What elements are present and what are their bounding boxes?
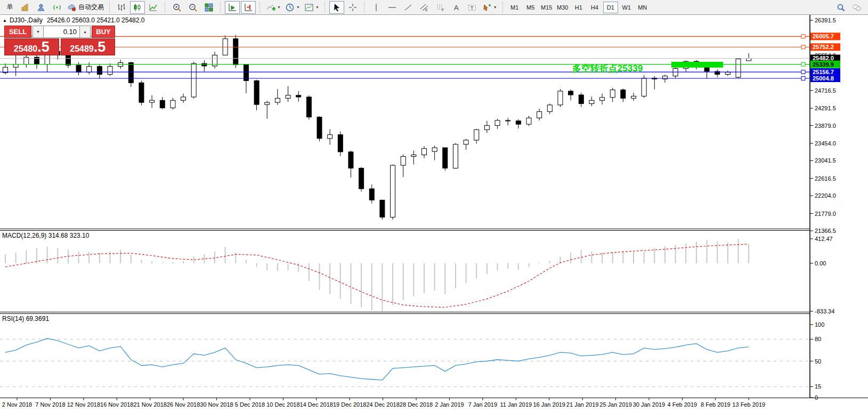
sell-price[interactable]: 25480.5	[4, 38, 59, 55]
candle-body	[453, 144, 458, 168]
vertical-line-icon	[371, 3, 381, 12]
toolbar-channel-button[interactable]: E	[417, 1, 432, 14]
candle-body	[359, 168, 364, 189]
candle-body	[411, 155, 416, 156]
candle-body	[328, 135, 332, 139]
candle-body	[76, 65, 81, 72]
toolbar-zoom-in-button[interactable]	[169, 1, 184, 14]
price-axis-label: 23879.0	[815, 123, 836, 129]
buy-price[interactable]: 25489.5	[61, 38, 116, 55]
candle-body	[495, 120, 500, 125]
timeframe-m5-button[interactable]: M5	[523, 2, 538, 13]
toolbar-periods-button[interactable]: ▼	[283, 1, 302, 14]
date-axis-label: 2 Nov 2018	[2, 401, 32, 408]
toolbar-chart-shift-button[interactable]	[241, 1, 256, 14]
candle-body	[181, 97, 186, 100]
timeframe-h1-button[interactable]: H1	[571, 2, 586, 13]
candle-body	[265, 102, 270, 104]
toolbar-separator	[364, 2, 365, 13]
timeframe-h4-button[interactable]: H4	[587, 2, 602, 13]
toolbar-fibonacci-button[interactable]: F	[433, 1, 448, 14]
toolbar-chart-yellow-button[interactable]	[18, 1, 33, 14]
dropdown-arrow-icon[interactable]: ▼	[493, 5, 497, 9]
toolbar-chat-button[interactable]	[849, 1, 864, 14]
date-axis-label: 7 Jan 2019	[468, 401, 497, 408]
toolbar-ohlc-bars-button[interactable]	[114, 1, 129, 14]
volume-increase-button[interactable]: ▲	[79, 26, 91, 38]
date-axis-label: 30 Jan 2019	[633, 401, 666, 408]
candle-body	[725, 72, 730, 75]
toolbar-signal-green-button[interactable]	[50, 1, 64, 14]
candle-body	[736, 59, 741, 77]
candle-body	[348, 152, 353, 168]
toolbar-separator	[109, 2, 110, 13]
toolbar-tile-windows-button[interactable]	[201, 1, 216, 14]
chart-shift-icon	[244, 3, 253, 12]
toolbar-candles-button[interactable]	[130, 1, 145, 14]
timeframe-m1-button[interactable]: M1	[507, 2, 522, 13]
zoom-out-icon	[188, 3, 198, 12]
candle-body	[191, 63, 196, 97]
toolbar-templates-button[interactable]: ▼	[303, 1, 321, 14]
candle-body	[202, 63, 207, 66]
timeframe-w1-button[interactable]: W1	[619, 2, 634, 13]
symbol-period-label: DJ30-,Daily	[10, 17, 43, 24]
candle-body	[537, 111, 542, 118]
timeframe-m15-button[interactable]: M15	[539, 2, 554, 13]
timeframe-mn-button[interactable]: MN	[635, 2, 650, 13]
toolbar-new-order-button[interactable]: 单	[2, 1, 17, 14]
timeframe-m30-button[interactable]: M30	[555, 2, 570, 13]
toolbar-zoom-out-button[interactable]	[185, 1, 200, 14]
toolbar-profile-blue-button[interactable]	[34, 1, 48, 14]
dropdown-arrow-icon[interactable]: ▼	[296, 5, 300, 9]
dropdown-arrow-icon[interactable]: ▼	[315, 5, 319, 9]
ohlc-bars-icon	[117, 3, 126, 12]
macd-name: MACD(12,26,9)	[2, 232, 46, 239]
crosshair-icon	[348, 3, 358, 12]
sell-button[interactable]: SELL	[4, 26, 31, 38]
buy-button[interactable]: BUY	[92, 26, 115, 38]
svg-text:E: E	[425, 8, 428, 12]
toolbar-separator	[220, 2, 221, 13]
toolbar-search-button[interactable]	[833, 1, 848, 14]
date-axis-label: 7 Nov 2018	[35, 401, 65, 408]
candle-body	[275, 98, 280, 102]
toolbar-vertical-line-button[interactable]	[369, 1, 384, 14]
chart-canvas[interactable]: 多空转折点2533926391.525966.525554.025129.024…	[0, 0, 868, 412]
price-axis-label: 24716.5	[815, 87, 836, 94]
tile-windows-icon	[204, 3, 214, 12]
toolbar-horizontal-line-button[interactable]	[385, 1, 400, 14]
toolbar-arrows-button[interactable]: ▼	[481, 1, 499, 14]
volume-decrease-button[interactable]: ▼	[33, 26, 44, 38]
rsi-axis-label: 50	[815, 358, 821, 365]
trendline-icon	[403, 3, 413, 12]
toolbar-trendline-button[interactable]	[401, 1, 416, 14]
line-endpoint-marker	[801, 35, 805, 38]
price-axis-label: 21779.0	[815, 211, 836, 217]
macd-indicator-label: MACD(12,26,9) 314.68 323.10	[2, 232, 89, 239]
rsi-axis-label: 15	[815, 383, 821, 390]
candle-body	[642, 78, 646, 96]
timeframe-d1-button[interactable]: D1	[603, 2, 618, 13]
toolbar-autotrade-cloud-button[interactable]: 自动交易	[66, 1, 106, 14]
candle-body	[422, 149, 427, 155]
periods-icon	[285, 3, 295, 12]
toolbar-indicators-button[interactable]: ▼	[264, 1, 282, 14]
toolbar-auto-scroll-button[interactable]	[225, 1, 240, 14]
date-axis-label: 24 Dec 2018	[366, 401, 399, 408]
volume-input[interactable]	[44, 26, 79, 38]
toolbar-line-chart-button[interactable]	[146, 1, 161, 14]
candle-body	[589, 100, 594, 103]
panel-collapse-icon[interactable]: ▲	[3, 18, 7, 23]
toolbar-text-label-button[interactable]: T	[465, 1, 480, 14]
toolbar-crosshair-button[interactable]	[345, 1, 360, 14]
toolbar-text-button[interactable]: A	[449, 1, 464, 14]
channel-icon: E	[419, 3, 429, 12]
price-axis-label: 22616.5	[815, 175, 836, 182]
candle-body	[66, 55, 70, 65]
line-chart-icon	[149, 3, 158, 12]
date-axis-label: 28 Dec 2018	[400, 401, 433, 408]
dropdown-arrow-icon[interactable]: ▼	[277, 5, 281, 9]
toolbar-separator	[259, 2, 261, 13]
toolbar-cursor-button[interactable]	[329, 1, 344, 14]
